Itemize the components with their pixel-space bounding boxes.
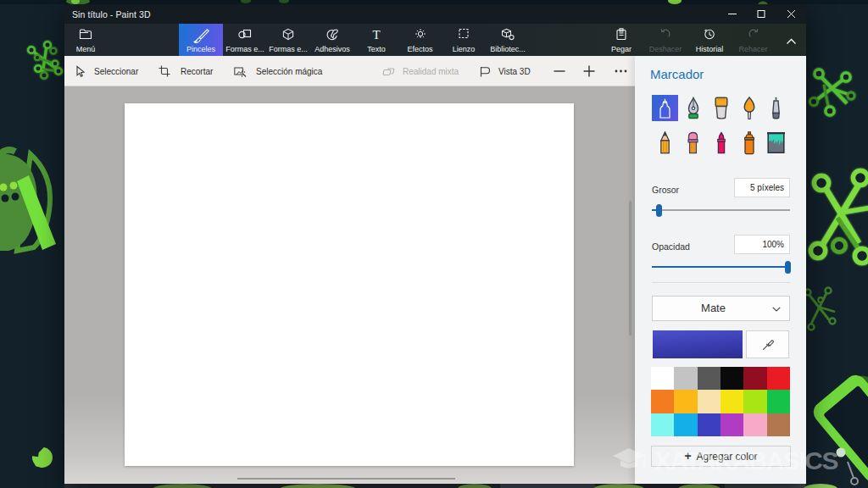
svg-text:T: T <box>372 28 380 40</box>
